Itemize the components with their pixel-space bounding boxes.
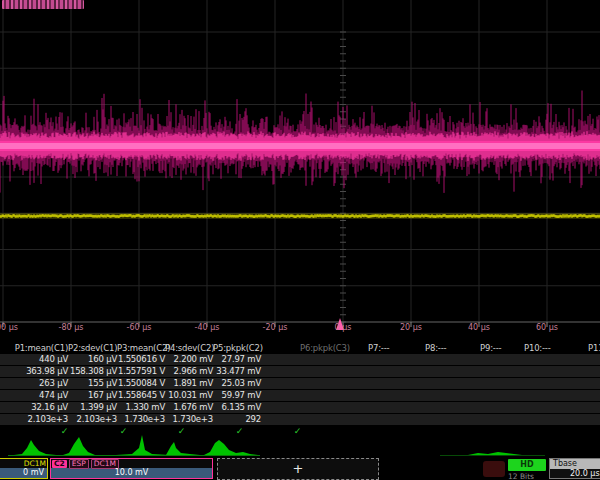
cell: 1.557591 V <box>117 366 165 377</box>
cell: 32.16 µV <box>0 402 68 413</box>
param-header-p1[interactable]: P1:mean(C1) <box>0 342 68 354</box>
cell: 2.200 mV <box>165 354 213 365</box>
histicon[interactable] <box>116 435 170 455</box>
time-tick-label: -100 µs <box>0 323 18 332</box>
time-tick-label: -80 µs <box>59 323 84 332</box>
oscilloscope-screen: -100 µs -80 µs -60 µs -40 µs -20 µs 0 µs… <box>0 0 600 480</box>
cell: 10.031 mV <box>165 390 213 401</box>
param-header-p5[interactable]: P5:pkpk(C2) <box>213 342 261 354</box>
table-row-value: 440 µV 160 µV 1.550616 V 2.200 mV 27.97 … <box>0 354 600 366</box>
measurement-header-row: P1:mean(C1) P2:sdev(C1) P3:mean(C2) P4:s… <box>0 342 600 354</box>
c1-coupling-label: DC1M <box>24 459 46 468</box>
cell: 1.730e+3 <box>117 414 165 425</box>
param-header-p8[interactable]: P8:--- <box>425 342 446 354</box>
time-tick-label: -60 µs <box>127 323 152 332</box>
cell: 1.550084 V <box>117 378 165 389</box>
cell: 440 µV <box>0 354 68 365</box>
time-tick-label: 20 µs <box>400 323 422 332</box>
cell: 474 µV <box>0 390 68 401</box>
param-header-p9[interactable]: P9:--- <box>480 342 501 354</box>
cell: 160 µV <box>68 354 117 365</box>
channel-c2-descriptor[interactable]: C2 ESP DC1M 10.0 mV <box>50 458 213 479</box>
cell: 33.477 mV <box>213 366 261 377</box>
cell: 1.558645 V <box>117 390 165 401</box>
histicon[interactable] <box>166 442 200 455</box>
cell: 1.730e+3 <box>165 414 213 425</box>
cell: 292 <box>213 414 261 425</box>
table-row-min: 263 µV 155 µV 1.550084 V 1.891 mV 25.03 … <box>0 378 600 390</box>
c2-coupling-tag: DC1M <box>91 459 119 469</box>
c2-volts-per-div: 10.0 mV <box>51 468 212 478</box>
hd-bits-label: 12 Bits <box>508 472 552 480</box>
parameter-histicons[interactable] <box>0 433 600 458</box>
measurement-table: P1:mean(C1) P2:sdev(C1) P3:mean(C2) P4:s… <box>0 342 600 436</box>
table-row-max: 474 µV 167 µV 1.558645 V 10.031 mV 59.97… <box>0 390 600 402</box>
cell: 263 µV <box>0 378 68 389</box>
time-tick-label: 0 µs <box>335 323 352 332</box>
cell: 1.399 µV <box>68 402 117 413</box>
param-header-p10[interactable]: P10:--- <box>524 342 551 354</box>
time-axis: -100 µs -80 µs -60 µs -40 µs -20 µs 0 µs… <box>0 323 600 335</box>
cell: 1.891 mV <box>165 378 213 389</box>
cell: 59.97 mV <box>213 390 261 401</box>
c2-badge: C2 <box>52 460 67 468</box>
cell: 155 µV <box>68 378 117 389</box>
param-header-p3[interactable]: P3:mean(C2) <box>117 342 165 354</box>
timebase-descriptor[interactable]: Tbase 20.0 µs <box>549 458 600 479</box>
table-row-sdev: 32.16 µV 1.399 µV 1.330 mV 1.676 mV 6.13… <box>0 402 600 414</box>
time-tick-label: 60 µs <box>536 323 558 332</box>
channel-c1-descriptor[interactable]: DC1M 0 mV <box>0 458 48 479</box>
param-header-p6[interactable]: P6:pkpk(C3) <box>300 342 350 354</box>
histicon[interactable] <box>204 440 258 455</box>
param-header-p11[interactable]: P11:--- <box>588 342 600 354</box>
param-header-p7[interactable]: P7:--- <box>368 342 389 354</box>
cell: 27.97 mV <box>213 354 261 365</box>
timebase-title: Tbase <box>550 459 600 469</box>
cell: 2.103e+3 <box>0 414 68 425</box>
cell: 1.550616 V <box>117 354 165 365</box>
histicon[interactable] <box>63 437 95 455</box>
waveform-grid <box>0 0 600 336</box>
table-row-num: 2.103e+3 2.103e+3 1.730e+3 1.730e+3 292 <box>0 414 600 426</box>
cell: 158.308 µV <box>68 366 117 377</box>
cell: 2.103e+3 <box>68 414 117 425</box>
histicon[interactable] <box>14 440 56 455</box>
cell: 2.966 mV <box>165 366 213 377</box>
cell: 167 µV <box>68 390 117 401</box>
unreadable-trace-label-badge <box>2 0 84 9</box>
time-tick-label: -20 µs <box>263 323 288 332</box>
cell: 363.98 µV <box>0 366 68 377</box>
c1-volts-per-div: 0 mV <box>0 468 47 478</box>
table-row-mean: 363.98 µV 158.308 µV 1.557591 V 2.966 mV… <box>0 366 600 378</box>
cell: 1.330 mV <box>117 402 165 413</box>
c2-esp-tag: ESP <box>69 459 89 469</box>
hd-mode-badge[interactable]: HD <box>508 459 546 471</box>
timebase-value: 20.0 µs <box>550 469 600 479</box>
cell: 6.135 mV <box>213 402 261 413</box>
add-trace-button[interactable]: + <box>217 458 379 480</box>
time-tick-label: -40 µs <box>195 323 220 332</box>
time-tick-label: 40 µs <box>468 323 490 332</box>
param-header-p4[interactable]: P4:sdev(C2) <box>165 342 213 354</box>
dimmed-indicator <box>483 461 505 477</box>
histicon[interactable] <box>468 452 522 455</box>
cell: 1.676 mV <box>165 402 213 413</box>
param-header-p2[interactable]: P2:sdev(C1) <box>68 342 117 354</box>
cell: 25.03 mV <box>213 378 261 389</box>
descriptor-bar: DC1M 0 mV C2 ESP DC1M 10.0 mV + HD 12 Bi… <box>0 458 600 480</box>
